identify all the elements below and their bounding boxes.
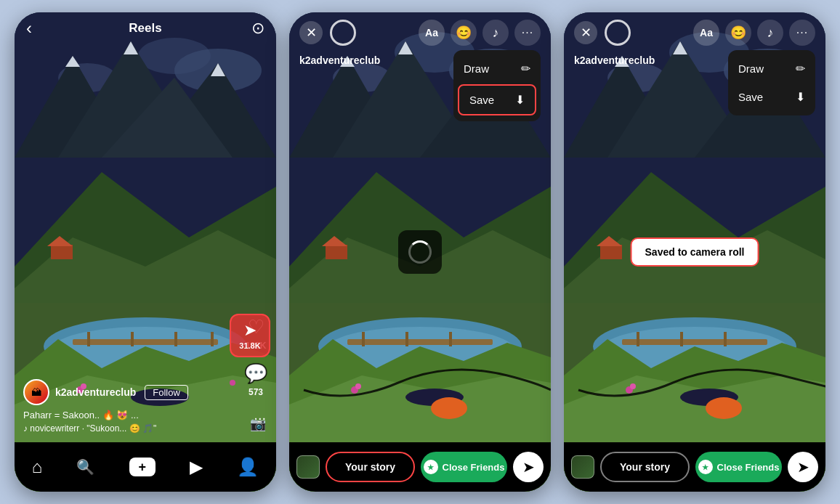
- save-icon-3: ⬇: [796, 90, 805, 104]
- save-label-3: Save: [738, 91, 763, 103]
- svg-rect-50: [326, 245, 347, 259]
- emoji-btn[interactable]: 😊: [451, 20, 477, 46]
- send-button[interactable]: ➤: [513, 452, 544, 482]
- close-friends-button-3[interactable]: ★ Close Friends: [695, 452, 782, 482]
- svg-point-53: [431, 397, 467, 419]
- svg-rect-20: [131, 332, 134, 346]
- phone-3: ✕ Aa 😊 ♪ ··· k2adventureclub Draw ✏ Save: [564, 12, 825, 492]
- your-story-button[interactable]: Your story: [326, 452, 415, 482]
- nav-search[interactable]: 🔍: [76, 458, 94, 476]
- camera-roll-thumb[interactable]: [296, 455, 320, 479]
- music-btn[interactable]: ♪: [482, 20, 509, 46]
- phone-1: ‹ Reels ⊙ ♡ 182K 💬 573 ➤ 31.8K 🏔 k2adven…: [15, 12, 276, 492]
- text-tool-btn[interactable]: Aa: [419, 20, 445, 46]
- svg-rect-47: [362, 332, 365, 346]
- close-friends-button[interactable]: ★ Close Friends: [421, 452, 507, 482]
- svg-rect-48: [405, 332, 408, 346]
- reels-title: Reels: [129, 21, 161, 36]
- svg-rect-73: [622, 339, 767, 345]
- svg-rect-74: [637, 332, 639, 346]
- svg-rect-21: [174, 332, 177, 346]
- share-count: 31.8K: [239, 341, 260, 350]
- nav-profile[interactable]: 👤: [237, 457, 259, 477]
- close-button-2[interactable]: ✕: [299, 21, 323, 44]
- spinner-icon: [408, 240, 432, 264]
- send-button-3[interactable]: ➤: [788, 452, 818, 482]
- story-bottom-2: Your story ★ Close Friends ➤: [289, 442, 551, 492]
- close-friends-label: Close Friends: [443, 462, 505, 473]
- user-row: 🏔 k2adventureclub Follow: [23, 379, 225, 405]
- camera-roll-thumb-3[interactable]: [571, 455, 594, 479]
- nav-reels[interactable]: ▶: [190, 457, 203, 477]
- phone-2: ✕ Aa 😊 ♪ ··· k2adventureclub Draw ✏: [289, 12, 551, 492]
- nav-add-button[interactable]: +: [129, 458, 156, 476]
- close-friends-icon-3: ★: [698, 460, 713, 474]
- username[interactable]: k2adventureclub: [55, 386, 136, 398]
- svg-point-80: [706, 397, 742, 419]
- back-button[interactable]: ‹: [26, 18, 32, 38]
- save-icon: ⬇: [515, 93, 525, 107]
- story-username-3: k2adventureclub: [574, 54, 655, 66]
- record-btn[interactable]: [330, 20, 356, 46]
- loading-spinner: [398, 230, 442, 274]
- close-friends-icon: ★: [424, 460, 438, 474]
- share-button[interactable]: ➤ 31.8K: [230, 314, 270, 357]
- send-arrow-icon: ➤: [522, 458, 535, 476]
- comment-icon: 💬: [244, 362, 267, 385]
- draw-icon: ✏: [521, 62, 530, 76]
- svg-point-28: [230, 380, 235, 386]
- svg-rect-18: [73, 339, 218, 345]
- camera-roll-icon[interactable]: 📷: [250, 416, 266, 432]
- emoji-btn-3[interactable]: 😊: [725, 20, 751, 46]
- svg-rect-49: [449, 332, 452, 346]
- story-bottom-3: Your story ★ Close Friends ➤: [564, 442, 825, 492]
- draw-save-menu: Draw ✏ Save ⬇: [453, 50, 541, 121]
- topbar-icons-3: Aa 😊 ♪ ···: [693, 20, 815, 46]
- draw-label-3: Draw: [738, 62, 764, 75]
- svg-rect-46: [347, 339, 493, 345]
- svg-point-82: [630, 383, 636, 389]
- topbar-icons-2: Aa 😊 ♪ ···: [419, 20, 541, 46]
- svg-rect-22: [211, 332, 214, 346]
- svg-rect-19: [87, 332, 90, 346]
- your-story-label-3: Your story: [620, 461, 670, 473]
- avatar[interactable]: 🏔: [23, 379, 49, 405]
- send-icon: ➤: [243, 321, 257, 340]
- draw-menu-item-3[interactable]: Draw ✏: [728, 54, 815, 83]
- svg-rect-76: [724, 332, 727, 346]
- svg-rect-75: [680, 332, 683, 346]
- camera-icon[interactable]: ⊙: [251, 19, 264, 38]
- draw-icon-3: ✏: [796, 62, 805, 76]
- your-story-label: Your story: [345, 461, 395, 473]
- reels-topbar: ‹ Reels ⊙: [15, 12, 276, 44]
- story-username-2: k2adventureclub: [299, 54, 380, 66]
- svg-point-55: [355, 383, 361, 389]
- draw-menu-item[interactable]: Draw ✏: [453, 54, 541, 83]
- more-btn-3[interactable]: ···: [789, 20, 815, 46]
- record-btn-3[interactable]: [605, 20, 631, 46]
- save-label: Save: [469, 94, 494, 106]
- caption: Paharr = Sakoon.. 🔥 😻 ...: [23, 410, 225, 420]
- more-btn[interactable]: ···: [514, 20, 541, 46]
- music-btn-3[interactable]: ♪: [757, 20, 783, 46]
- close-button-3[interactable]: ✕: [574, 21, 597, 44]
- close-friends-label-3: Close Friends: [717, 462, 780, 473]
- comment-count: 573: [249, 387, 263, 397]
- saved-badge: Saved to camera roll: [631, 237, 759, 267]
- save-menu-item-3[interactable]: Save ⬇: [728, 83, 815, 111]
- save-menu-item-highlighted[interactable]: Save ⬇: [458, 84, 536, 115]
- text-tool-btn-3[interactable]: Aa: [693, 20, 719, 46]
- send-arrow-icon-3: ➤: [797, 458, 809, 476]
- user-info: 🏔 k2adventureclub Follow Paharr = Sakoon…: [23, 379, 225, 434]
- bottom-nav: ⌂ 🔍 + ▶ 👤: [15, 442, 276, 492]
- draw-label: Draw: [464, 62, 489, 75]
- nav-home[interactable]: ⌂: [32, 457, 43, 477]
- svg-rect-23: [51, 245, 73, 259]
- your-story-button-3[interactable]: Your story: [600, 452, 690, 482]
- save-menu-item[interactable]: Save ⬇: [459, 86, 535, 114]
- comment-button[interactable]: 💬 573: [244, 362, 267, 397]
- follow-button[interactable]: Follow: [145, 385, 188, 400]
- story-topbar-2: ✕ Aa 😊 ♪ ···: [289, 12, 551, 53]
- draw-save-menu-3: Draw ✏ Save ⬇: [728, 50, 815, 115]
- music-info: ♪ novicewriterr · "Sukoon... 😊 🎵": [23, 423, 225, 434]
